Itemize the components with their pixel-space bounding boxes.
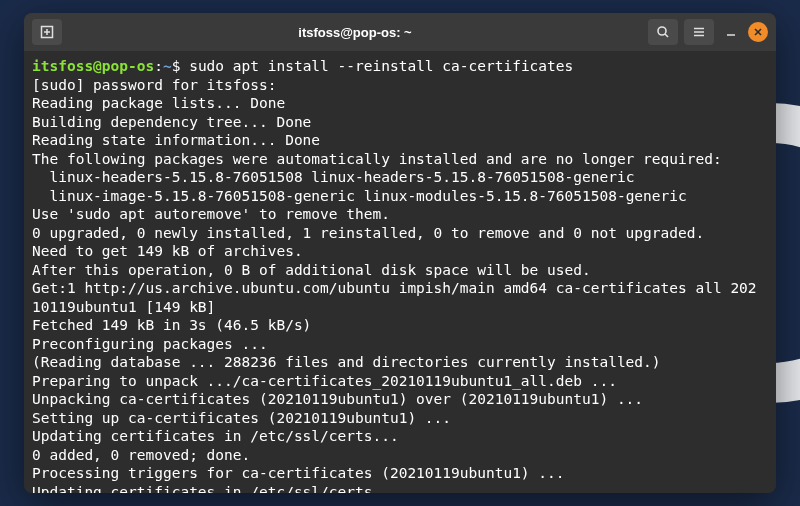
terminal-body[interactable]: itsfoss@pop-os:~$ sudo apt install --rei… [24,51,776,493]
search-icon [656,25,670,39]
terminal-output: [sudo] password for itsfoss: Reading pac… [32,76,764,494]
menu-button[interactable] [684,19,714,45]
svg-line-4 [665,34,668,37]
titlebar-controls [648,19,768,45]
window-title: itsfoss@pop-os: ~ [70,25,640,40]
close-button[interactable] [748,22,768,42]
window-titlebar: itsfoss@pop-os: ~ [24,13,776,51]
minimize-button[interactable] [720,21,742,43]
close-icon [753,27,763,37]
command-text: sudo apt install --reinstall ca-certific… [189,58,573,74]
new-tab-icon [40,25,54,39]
terminal-window: itsfoss@pop-os: ~ [24,13,776,493]
prompt-user-host: itsfoss@pop-os [32,58,154,74]
prompt-separator: : [154,58,163,74]
new-tab-button[interactable] [32,19,62,45]
prompt-symbol: $ [172,58,189,74]
minimize-icon [725,26,737,38]
search-button[interactable] [648,19,678,45]
hamburger-icon [692,25,706,39]
prompt-path: ~ [163,58,172,74]
svg-point-3 [658,27,666,35]
